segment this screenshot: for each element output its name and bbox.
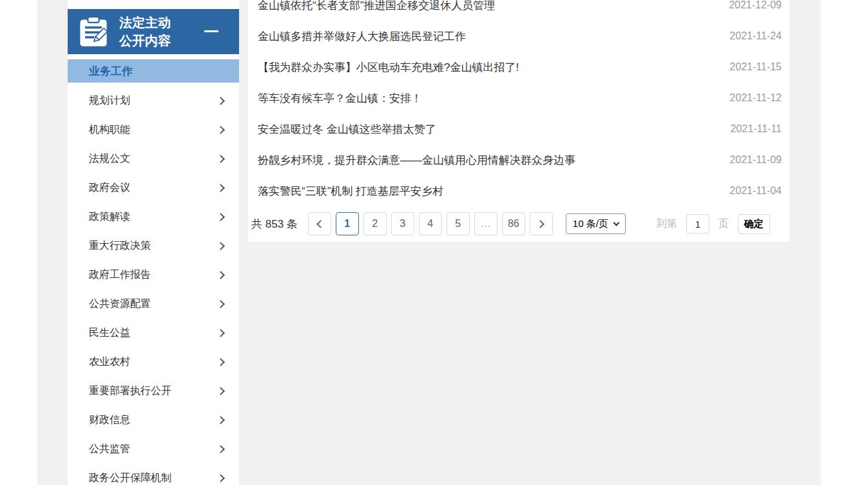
chevron-right-icon [536, 220, 545, 228]
sidebar-item[interactable]: 法规公文 [68, 144, 239, 173]
sidebar-item[interactable]: 民生公益 [68, 319, 239, 348]
news-row: 金山镇多措并举做好人大换届选民登记工作2021-11-24 [258, 21, 782, 52]
sidebar-item[interactable]: 政府会议 [68, 173, 239, 203]
chevron-right-icon [217, 474, 225, 482]
chevron-right-icon [217, 155, 225, 163]
sidebar-item[interactable]: 公共资源配置 [68, 290, 239, 319]
chevron-right-icon [217, 329, 225, 337]
sidebar-item-active[interactable]: 业务工作 [68, 59, 239, 83]
goto-page-suffix: 页 [719, 217, 729, 231]
news-link[interactable]: 金山镇依托“长者支部”推进国企移交退休人员管理 [258, 0, 495, 13]
more-pages-button[interactable]: ... [474, 212, 497, 235]
chevron-right-icon [217, 97, 225, 105]
sidebar-menu: 规划计划 机构职能 法规公文 政府会议 政策解读 重大行政决策 政府工作报告 公… [68, 86, 239, 485]
sidebar-item[interactable]: 农业农村 [68, 348, 239, 377]
total-count-label: 共 853 条 [251, 217, 298, 232]
chevron-right-icon [217, 416, 225, 424]
sidebar-header: 法定主动 公开内容 [68, 9, 239, 54]
chevron-down-icon [613, 219, 619, 226]
sidebar-item-label: 业务工作 [89, 64, 133, 79]
news-link[interactable]: 等车没有候车亭？金山镇：安排！ [258, 91, 422, 106]
news-date: 2021-11-09 [729, 154, 782, 166]
chevron-right-icon [217, 358, 225, 366]
sidebar-item[interactable]: 政府工作报告 [68, 261, 239, 290]
confirm-button[interactable]: 确定 [738, 214, 770, 234]
news-date: 2021-11-12 [729, 92, 782, 104]
news-row: 金山镇依托“长者支部”推进国企移交退休人员管理2021-12-09 [258, 0, 782, 21]
chevron-right-icon [217, 126, 225, 134]
page-button-1[interactable]: 1 [336, 212, 359, 235]
news-link[interactable]: 安全温暖过冬 金山镇这些举措太赞了 [258, 122, 436, 137]
prev-page-button[interactable] [308, 212, 331, 235]
page-button-2[interactable]: 2 [363, 212, 387, 235]
news-link[interactable]: 【我为群众办实事】小区电动车充电难?金山镇出招了! [258, 60, 519, 75]
page-size-select[interactable]: 10 条/页 [566, 213, 626, 234]
chevron-right-icon [217, 184, 225, 192]
chevron-right-icon [217, 271, 225, 279]
sidebar-item[interactable]: 公共监管 [68, 435, 239, 464]
chevron-right-icon [217, 445, 225, 453]
news-date: 2021-11-15 [729, 61, 782, 73]
clipboard-pencil-icon [77, 15, 110, 48]
chevron-left-icon [316, 220, 325, 228]
pagination-bar: 共 853 条 1 2 3 4 5 ... 86 10 条/页 到第 页 确定 [251, 212, 782, 235]
news-row: 扮靓乡村环境，提升群众满意——金山镇用心用情解决群众身边事2021-11-09 [258, 144, 782, 175]
sidebar-item[interactable]: 财政信息 [68, 406, 239, 435]
news-list: 金山镇依托“长者支部”推进国企移交退休人员管理2021-12-09 金山镇多措并… [248, 0, 789, 206]
page-button-86[interactable]: 86 [502, 212, 525, 235]
goto-page-input[interactable] [686, 214, 709, 233]
news-link[interactable]: 扮靓乡村环境，提升群众满意——金山镇用心用情解决群众身边事 [258, 153, 575, 168]
page-button-5[interactable]: 5 [447, 212, 470, 235]
left-gray-band [37, 0, 68, 485]
chevron-right-icon [217, 213, 225, 221]
news-link[interactable]: 金山镇多措并举做好人大换届选民登记工作 [258, 29, 466, 44]
news-row: 【我为群众办实事】小区电动车充电难?金山镇出招了!2021-11-15 [258, 52, 782, 83]
news-date: 2021-12-09 [729, 0, 782, 11]
sidebar-item[interactable]: 政务公开保障机制 [68, 464, 239, 485]
news-row: 安全温暖过冬 金山镇这些举措太赞了2021-11-11 [258, 114, 782, 144]
news-date: 2021-11-24 [729, 30, 782, 42]
sidebar: 法定主动 公开内容 业务工作 规划计划 机构职能 法规公文 政府会议 政策解读 … [68, 0, 239, 485]
next-page-button[interactable] [530, 212, 553, 235]
news-row: 等车没有候车亭？金山镇：安排！2021-11-12 [258, 83, 782, 114]
sidebar-item[interactable]: 政策解读 [68, 203, 239, 232]
sidebar-item[interactable]: 机构职能 [68, 115, 239, 144]
collapse-minus-icon[interactable] [204, 30, 218, 32]
chevron-right-icon [217, 387, 225, 395]
goto-page-prefix: 到第 [657, 217, 677, 231]
chevron-right-icon [217, 242, 225, 250]
news-date: 2021-11-04 [729, 185, 782, 197]
sidebar-header-title: 法定主动 公开内容 [119, 14, 171, 50]
news-date: 2021-11-11 [731, 123, 782, 135]
chevron-right-icon [217, 300, 225, 308]
news-link[interactable]: 落实警民“三联”机制 打造基层平安乡村 [258, 184, 443, 199]
sidebar-item[interactable]: 重要部署执行公开 [68, 377, 239, 406]
sidebar-item[interactable]: 重大行政决策 [68, 232, 239, 261]
page-button-4[interactable]: 4 [419, 212, 442, 235]
sidebar-item[interactable]: 规划计划 [68, 86, 239, 115]
content-panel: 金山镇依托“长者支部”推进国企移交退休人员管理2021-12-09 金山镇多措并… [248, 0, 789, 242]
page-button-3[interactable]: 3 [391, 212, 414, 235]
news-row: 落实警民“三联”机制 打造基层平安乡村2021-11-04 [258, 175, 782, 206]
